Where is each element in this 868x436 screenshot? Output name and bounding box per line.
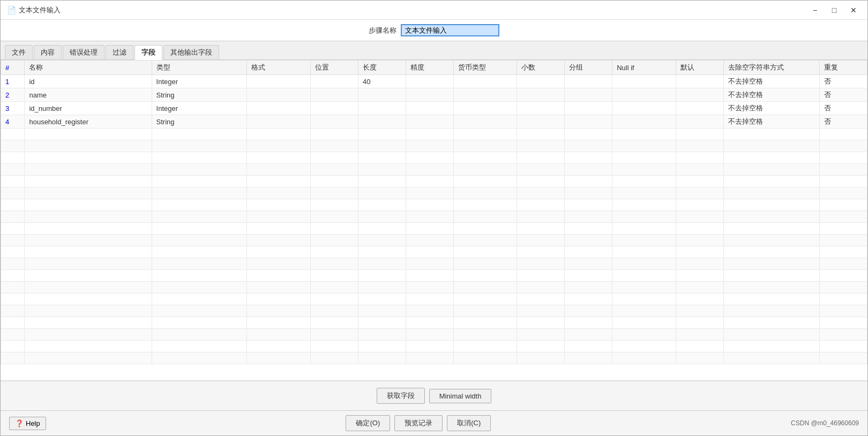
empty-cell [358,129,406,140]
step-name-input[interactable] [401,24,499,36]
table-row-empty [1,176,867,187]
empty-cell [612,305,676,317]
cell-default [676,102,723,115]
table-row[interactable]: 3id_numberInteger不去掉空格否 [1,102,867,115]
fields-table-container[interactable]: # 名称 类型 格式 位置 长度 精度 货币类型 小数 分组 Null if 默… [1,60,867,381]
help-button[interactable]: ❓ Help [9,417,46,430]
table-row-empty [1,152,867,164]
empty-cell [1,352,25,364]
empty-cell [565,129,612,140]
empty-cell [517,140,565,152]
empty-cell [676,152,723,164]
empty-cell [676,258,723,270]
empty-cell [247,211,311,223]
cell-prec [406,75,453,88]
empty-cell [612,176,676,187]
empty-cell [676,246,723,258]
tab-error[interactable]: 错误处理 [63,45,104,59]
minimal-width-button[interactable]: Minimal width [429,389,492,403]
empty-cell [723,176,819,187]
app-icon: 📄 [7,6,16,14]
empty-cell [310,294,358,305]
cell-group [565,88,612,102]
empty-cell [310,258,358,270]
empty-cell [247,164,311,176]
empty-cell [1,199,25,211]
empty-cell [406,246,453,258]
tab-fields[interactable]: 字段 [134,45,162,60]
table-row[interactable]: 4household_registerString不去掉空格否 [1,115,867,129]
empty-cell [676,235,723,246]
empty-cell [247,235,311,246]
close-button[interactable]: ✕ [846,3,861,18]
empty-cell [1,317,25,329]
empty-cell [723,258,819,270]
tab-content[interactable]: 内容 [34,45,62,59]
empty-cell [517,246,565,258]
tab-file[interactable]: 文件 [5,45,33,59]
cell-format [247,88,311,102]
cell-num: 4 [1,115,25,129]
tab-other-output[interactable]: 其他输出字段 [163,45,219,59]
empty-cell [1,270,25,282]
empty-cell [565,140,612,152]
empty-cell [358,341,406,352]
cell-type: String [152,115,247,129]
step-name-label: 步骤名称 [369,26,396,35]
empty-cell [406,152,453,164]
empty-cell [819,152,867,164]
empty-cell [406,258,453,270]
empty-cell [406,270,453,282]
empty-cell [358,235,406,246]
cell-group [565,102,612,115]
empty-cell [25,164,152,176]
empty-cell [819,270,867,282]
cell-type: Integer [152,75,247,88]
empty-cell [612,270,676,282]
empty-cell [612,329,676,341]
empty-cell [310,329,358,341]
cell-pos [310,102,358,115]
cell-trim: 不去掉空格 [723,75,819,88]
minimize-button[interactable]: − [807,3,822,18]
empty-cell [310,235,358,246]
cell-num: 1 [1,75,25,88]
empty-cell [723,235,819,246]
cell-default [676,75,723,88]
empty-cell [247,352,311,364]
empty-cell [25,223,152,235]
cell-nullif [612,75,676,88]
empty-cell [152,246,247,258]
cancel-button[interactable]: 取消(C) [447,415,491,431]
empty-cell [453,352,517,364]
empty-cell [453,282,517,294]
empty-cell [247,341,311,352]
empty-cell [612,294,676,305]
empty-cell [152,317,247,329]
empty-cell [406,317,453,329]
maximize-button[interactable]: □ [827,3,842,18]
empty-cell [676,164,723,176]
empty-cell [152,176,247,187]
table-row[interactable]: 2nameString不去掉空格否 [1,88,867,102]
table-row[interactable]: 1idInteger40不去掉空格否 [1,75,867,88]
empty-cell [453,258,517,270]
empty-cell [358,199,406,211]
empty-cell [247,246,311,258]
preview-button[interactable]: 预览记录 [394,415,443,431]
confirm-button[interactable]: 确定(O) [346,415,390,431]
empty-cell [152,341,247,352]
empty-cell [565,294,612,305]
empty-cell [676,305,723,317]
empty-cell [676,282,723,294]
tab-filter[interactable]: 过滤 [106,45,133,59]
get-fields-button[interactable]: 获取字段 [377,388,425,404]
empty-cell [25,176,152,187]
empty-cell [406,282,453,294]
empty-cell [723,317,819,329]
empty-cell [310,246,358,258]
empty-cell [453,223,517,235]
empty-cell [25,187,152,199]
empty-cell [453,341,517,352]
empty-cell [310,341,358,352]
